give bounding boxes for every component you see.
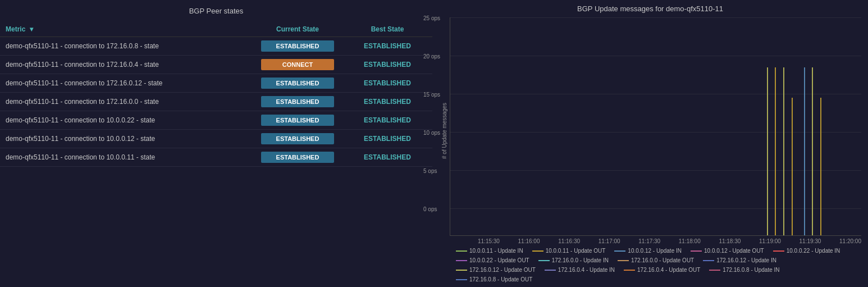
- chart-bar: [767, 67, 768, 235]
- right-panel: BGP Update messages for demo-qfx5110-11 …: [432, 0, 868, 287]
- legend-item: 10.0.0.11 - Update IN: [456, 248, 523, 254]
- sort-icon: ▾: [30, 25, 33, 33]
- cell-metric: demo-qfx5110-11 - connection to 10.0.0.1…: [0, 130, 253, 147]
- grid-line: 5 ops: [450, 170, 861, 171]
- chart-bar: [792, 98, 793, 235]
- table-row[interactable]: demo-qfx5110-11 - connection to 10.0.0.2…: [0, 111, 432, 130]
- chart-bar: [804, 67, 805, 235]
- legend-color: [618, 260, 629, 261]
- chart-content: 25 ops20 ops15 ops10 ops5 ops0 ops 11:15…: [450, 17, 861, 244]
- table-row[interactable]: demo-qfx5110-11 - connection to 172.16.0…: [0, 93, 432, 111]
- x-axis-label: 11:19:30: [800, 238, 821, 244]
- legend-label: 10.0.0.11 - Update IN: [469, 248, 523, 254]
- chart-grid: 25 ops20 ops15 ops10 ops5 ops0 ops: [450, 17, 861, 236]
- legend-item: 10.0.0.22 - Update IN: [773, 248, 840, 254]
- cell-metric: demo-qfx5110-11 - connection to 10.0.0.2…: [0, 112, 253, 129]
- y-axis-label: # of Update messages: [439, 17, 450, 244]
- grid-line: 15 ops: [450, 94, 861, 94]
- x-axis-label: 11:16:00: [518, 238, 540, 244]
- legend-color: [691, 250, 702, 252]
- grid-line: 20 ops: [450, 56, 861, 56]
- cell-metric: demo-qfx5110-11 - connection to 172.16.0…: [0, 75, 253, 92]
- chart-bar: [820, 98, 821, 235]
- state-badge: ESTABLISHED: [261, 115, 334, 126]
- cell-current-state: ESTABLISHED: [253, 130, 342, 148]
- best-state-header: Best State: [342, 22, 432, 37]
- legend-label: 172.16.0.8 - Update OUT: [469, 276, 532, 283]
- chart-bar: [775, 67, 776, 235]
- table-row[interactable]: demo-qfx5110-11 - connection to 10.0.0.1…: [0, 130, 432, 148]
- legend-item: 172.16.0.8 - Update OUT: [456, 276, 532, 283]
- table-row[interactable]: demo-qfx5110-11 - connection to 172.16.0…: [0, 37, 432, 56]
- legend-item: 10.0.0.11 - Update OUT: [532, 248, 606, 254]
- table-row[interactable]: demo-qfx5110-11 - connection to 172.16.0…: [0, 74, 432, 93]
- legend-label: 172.16.0.4 - Update IN: [558, 267, 615, 273]
- legend-color: [538, 260, 550, 261]
- legend-item: 10.0.0.12 - Update IN: [614, 248, 682, 254]
- cell-best-state: ESTABLISHED: [342, 113, 432, 127]
- legend-item: 172.16.0.0 - Update OUT: [618, 257, 694, 263]
- chart-area: # of Update messages 25 ops20 ops15 ops1…: [439, 17, 861, 244]
- legend-color: [545, 270, 556, 271]
- y-axis-value: 10 ops: [423, 130, 440, 136]
- cell-best-state: ESTABLISHED: [342, 131, 432, 146]
- grid-line: 10 ops: [450, 132, 861, 133]
- x-axis-label: 11:18:30: [719, 238, 741, 244]
- state-badge: ESTABLISHED: [261, 40, 334, 52]
- legend-label: 172.16.0.12 - Update IN: [716, 257, 776, 263]
- legend-color: [709, 270, 720, 271]
- cell-best-state: ESTABLISHED: [342, 57, 432, 72]
- grid-line: 0 ops: [450, 208, 861, 209]
- cell-current-state: CONNECT: [253, 56, 342, 74]
- legend-color: [624, 270, 635, 271]
- table-row[interactable]: demo-qfx5110-11 - connection to 172.16.0…: [0, 56, 432, 74]
- cell-metric: demo-qfx5110-11 - connection to 172.16.0…: [0, 38, 253, 54]
- legend-color: [614, 250, 625, 252]
- cell-best-state: ESTABLISHED: [342, 76, 432, 90]
- x-axis-label: 11:15:30: [478, 238, 500, 244]
- chart-bar: [812, 67, 813, 235]
- y-axis-value: 25 ops: [423, 15, 440, 21]
- legend-area: 10.0.0.11 - Update IN10.0.0.11 - Update …: [439, 244, 861, 283]
- legend-item: 10.0.0.22 - Update OUT: [456, 257, 529, 263]
- y-axis-value: 20 ops: [423, 53, 440, 60]
- y-axis-value: 0 ops: [423, 206, 437, 212]
- legend-label: 172.16.0.0 - Update OUT: [631, 257, 694, 263]
- state-badge: ESTABLISHED: [261, 78, 334, 89]
- table-row[interactable]: demo-qfx5110-11 - connection to 10.0.0.1…: [0, 148, 432, 167]
- x-axis: 11:15:3011:16:0011:16:3011:17:0011:17:30…: [450, 236, 861, 244]
- x-axis-label: 11:17:30: [638, 238, 660, 244]
- cell-current-state: ESTABLISHED: [253, 37, 342, 55]
- legend-item: 172.16.0.0 - Update IN: [538, 257, 609, 263]
- state-badge: ESTABLISHED: [261, 133, 334, 144]
- cell-current-state: ESTABLISHED: [253, 111, 342, 129]
- legend-color: [773, 250, 784, 252]
- legend-label: 10.0.0.22 - Update IN: [787, 248, 840, 254]
- chart-title: BGP Update messages for demo-qfx5110-11: [439, 4, 861, 13]
- cell-best-state: ESTABLISHED: [342, 39, 432, 53]
- x-axis-label: 11:20:00: [839, 238, 861, 244]
- legend-label: 172.16.0.4 - Update OUT: [637, 267, 700, 273]
- legend-item: 172.16.0.4 - Update OUT: [624, 267, 700, 273]
- legend-item: 172.16.0.12 - Update IN: [703, 257, 776, 263]
- legend-item: 172.16.0.8 - Update IN: [709, 267, 779, 273]
- legend-item: 172.16.0.4 - Update IN: [545, 267, 615, 273]
- legend-label: 172.16.0.8 - Update IN: [723, 267, 779, 273]
- x-axis-label: 11:18:00: [679, 238, 701, 244]
- x-axis-label: 11:17:00: [599, 238, 620, 244]
- cell-metric: demo-qfx5110-11 - connection to 10.0.0.1…: [0, 149, 253, 166]
- y-axis-value: 5 ops: [423, 168, 437, 174]
- table-body: demo-qfx5110-11 - connection to 172.16.0…: [0, 37, 432, 167]
- left-panel-title: BGP Peer states: [0, 4, 432, 17]
- legend-item: 10.0.0.12 - Update OUT: [691, 248, 764, 254]
- state-badge: CONNECT: [261, 59, 334, 70]
- cell-current-state: ESTABLISHED: [253, 74, 342, 92]
- y-axis-value: 15 ops: [423, 92, 440, 98]
- current-state-header: Current State: [253, 22, 342, 37]
- legend-label: 172.16.0.12 - Update OUT: [469, 267, 536, 273]
- metric-header[interactable]: Metric ▾: [0, 22, 253, 37]
- table-header: Metric ▾ Current State Best State: [0, 22, 432, 37]
- cell-metric: demo-qfx5110-11 - connection to 172.16.0…: [0, 56, 253, 73]
- legend-item: 172.16.0.12 - Update OUT: [456, 267, 536, 273]
- legend-color: [532, 250, 543, 252]
